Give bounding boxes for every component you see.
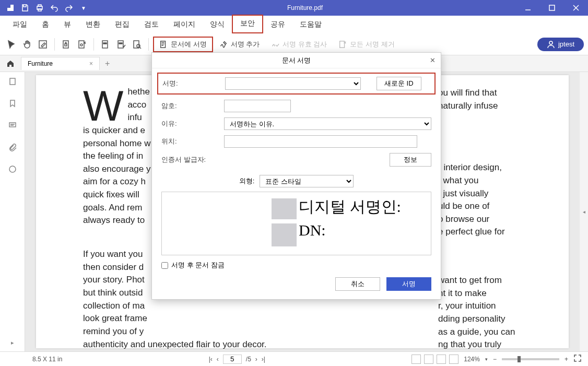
next-page-icon[interactable]: ›	[255, 356, 257, 363]
cert-issuer-label: 인증서 발급자:	[161, 155, 219, 164]
svg-rect-3	[38, 5, 41, 6]
current-page-input[interactable]	[223, 355, 242, 364]
last-page-icon[interactable]: ›|	[262, 356, 265, 363]
thumbnails-icon[interactable]	[8, 77, 17, 88]
svg-rect-16	[102, 41, 108, 48]
menu-share[interactable]: 공유	[263, 17, 292, 33]
zoom-out-icon[interactable]: −	[493, 356, 497, 363]
print-icon[interactable]	[33, 2, 46, 14]
new-tab-button[interactable]: +	[100, 59, 115, 68]
svg-point-32	[9, 166, 16, 172]
add-signature-button[interactable]: 서명 추가	[214, 38, 265, 51]
menu-form[interactable]: 양식	[203, 17, 232, 33]
signature-label: 서명:	[162, 79, 220, 88]
edit-tool-icon[interactable]	[36, 37, 50, 52]
location-input[interactable]	[224, 135, 417, 148]
dialog-close-button[interactable]: ✕	[430, 56, 436, 64]
menu-review[interactable]: 검토	[137, 17, 166, 33]
validate-signatures-icon	[271, 40, 279, 49]
cert-info-button[interactable]: 정보	[390, 153, 431, 167]
document-tab[interactable]: Furniture ×	[21, 57, 100, 70]
svg-rect-1	[7, 5, 10, 8]
remove-security-icon[interactable]	[75, 37, 89, 52]
total-pages: /5	[246, 356, 251, 363]
svg-rect-18	[118, 41, 123, 48]
menu-page[interactable]: 페이지	[166, 17, 203, 33]
sign-document-dialog: 문서 서명 ✕ 서명: 새로운 ID 암호: 이유: 서명하는 이유. 위치: …	[151, 52, 441, 300]
redact-mark-icon[interactable]	[98, 37, 113, 52]
save-icon[interactable]	[19, 2, 31, 14]
add-signature-icon	[219, 40, 228, 49]
new-id-button[interactable]: 새로운 ID	[377, 77, 421, 90]
two-page-continuous-icon[interactable]	[449, 355, 458, 364]
svg-rect-12	[79, 41, 84, 48]
home-icon	[6, 60, 15, 68]
minimize-button[interactable]	[516, 0, 540, 16]
two-page-view-icon[interactable]	[437, 355, 446, 364]
appearance-select[interactable]: 표준 스타일	[260, 175, 354, 187]
home-tab-button[interactable]	[0, 60, 21, 68]
attachments-icon[interactable]	[8, 143, 17, 154]
first-page-icon[interactable]: |‹	[209, 356, 213, 363]
close-button[interactable]	[564, 0, 588, 16]
redo-icon[interactable]	[63, 2, 75, 14]
sign-button[interactable]: 서명	[386, 277, 431, 291]
remove-all-signatures-button[interactable]: 모든 서명 제거	[333, 38, 399, 51]
signature-id-select[interactable]	[225, 77, 361, 90]
zoom-in-icon[interactable]: +	[565, 356, 568, 363]
redact-apply-icon[interactable]	[114, 37, 128, 52]
select-tool-icon[interactable]	[4, 37, 19, 52]
maximize-button[interactable]	[540, 0, 564, 16]
expand-panel-icon[interactable]: ▸	[11, 339, 14, 346]
bookmarks-icon[interactable]	[8, 99, 17, 110]
menu-help[interactable]: 도움말	[292, 17, 329, 33]
prev-page-icon[interactable]: ‹	[217, 356, 219, 363]
menu-security[interactable]: 보안	[232, 15, 263, 33]
sign-document-icon	[159, 40, 168, 49]
preview-placeholder-icon	[272, 223, 297, 246]
lock-after-sign-checkbox[interactable]	[161, 262, 168, 269]
reason-select[interactable]: 서명하는 이유.	[224, 117, 431, 130]
chat-icon[interactable]	[8, 165, 17, 175]
validate-signatures-button[interactable]: 서명 유효 검사	[266, 38, 332, 51]
fullscreen-icon[interactable]	[573, 354, 582, 364]
svg-point-13	[80, 44, 83, 46]
menubar: 파일 홈 뷰 변환 편집 검토 페이지 양식 보안 공유 도움말	[0, 16, 588, 33]
undo-icon[interactable]	[48, 2, 61, 14]
collapse-right-panel[interactable]: ◂	[580, 72, 588, 351]
svg-rect-4	[38, 9, 41, 11]
menu-convert[interactable]: 변환	[78, 17, 108, 33]
zoom-slider[interactable]	[502, 358, 559, 360]
menu-home[interactable]: 홈	[34, 17, 56, 33]
app-logo-icon[interactable]	[4, 2, 17, 14]
menu-file[interactable]: 파일	[5, 17, 34, 33]
password-input[interactable]	[224, 100, 291, 112]
window-controls	[516, 0, 588, 16]
dialog-actions: 취소 서명	[161, 277, 431, 291]
signature-preview: 디지털 서명인: DN:	[161, 192, 431, 255]
svg-point-27	[549, 41, 552, 44]
appearance-label: 외형:	[239, 176, 255, 186]
qat-dropdown-icon[interactable]: ▼	[77, 2, 90, 14]
svg-rect-10	[63, 41, 68, 48]
redact-search-icon[interactable]	[130, 37, 144, 52]
quick-access-toolbar: ▼	[0, 2, 94, 14]
signature-id-row: 서명: 새로운 ID	[157, 73, 436, 95]
encrypt-password-icon[interactable]	[59, 37, 74, 52]
user-account-button[interactable]: jptest	[537, 38, 584, 51]
reason-label: 이유:	[161, 119, 219, 128]
menu-edit[interactable]: 편집	[108, 17, 137, 33]
zoom-dropdown-icon[interactable]: ▾	[485, 357, 488, 362]
statusbar: 8.5 X 11 in |‹ ‹ /5 › ›| 124% ▾ − +	[0, 351, 588, 366]
continuous-view-icon[interactable]	[424, 355, 433, 364]
user-icon	[547, 40, 555, 49]
comments-icon[interactable]	[8, 121, 17, 132]
hand-tool-icon[interactable]	[20, 37, 34, 52]
view-mode-buttons	[411, 355, 458, 364]
tab-close-button[interactable]: ×	[89, 60, 93, 67]
sign-document-button[interactable]: 문서에 서명	[153, 37, 213, 52]
location-row: 위치:	[161, 135, 431, 148]
single-page-view-icon[interactable]	[411, 355, 421, 364]
cancel-button[interactable]: 취소	[335, 277, 380, 291]
menu-view[interactable]: 뷰	[56, 17, 78, 33]
